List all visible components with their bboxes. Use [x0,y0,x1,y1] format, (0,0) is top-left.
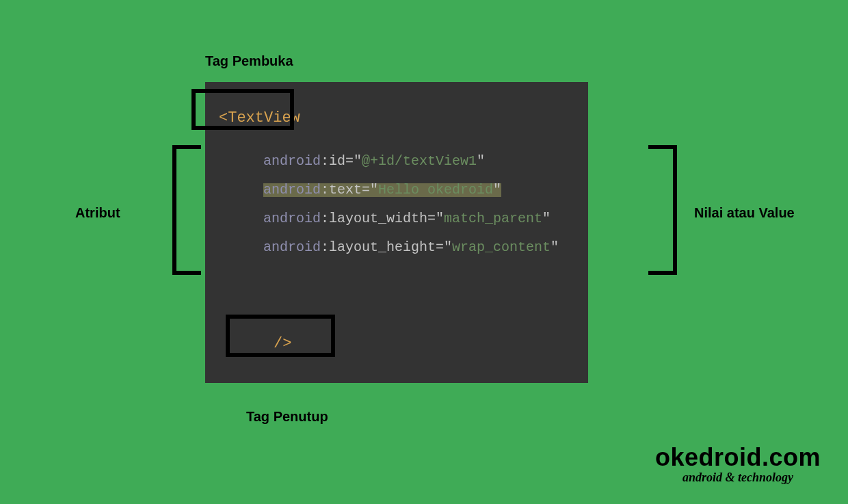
watermark-brand: okedroid.com [655,443,821,472]
watermark: okedroid.com android & technology [655,443,821,485]
xml-attr-line-highlighted: android:text="Hello okedroid" [263,183,501,197]
close-tag-frame [226,315,335,357]
xml-attr-name: text [329,182,362,198]
xml-attr-name: layout_width [329,211,427,226]
attribute-bracket [172,145,201,275]
open-tag-frame [191,89,294,130]
xml-attr-value: Hello okedroid [378,182,493,198]
xml-attr-name: id [329,153,345,169]
xml-attr-name: layout_height [329,239,436,255]
xml-attr-line: android:layout_height="wrap_content" [263,241,559,254]
watermark-tagline: android & technology [655,470,821,485]
xml-attr-line: android:id="@+id/textView1" [263,155,485,168]
tagline-before: android [683,470,726,484]
xml-attr-value: match_parent [444,211,542,226]
tag-open-label: Tag Pembuka [205,53,293,69]
xml-attr-line: android:layout_width="match_parent" [263,212,551,226]
xml-namespace: android [263,239,321,255]
xml-namespace: android [263,211,321,226]
xml-attr-value: @+id/textView1 [362,153,477,169]
tag-close-label: Tag Penutup [246,409,328,425]
tagline-amp: & [725,470,734,484]
value-bracket [648,145,677,275]
xml-namespace: android [263,182,321,198]
attribute-label: Atribut [75,205,120,221]
value-label: Nilai atau Value [694,205,795,221]
xml-attr-value: wrap_content [452,239,551,255]
tagline-after: technology [735,470,794,484]
xml-namespace: android [263,153,321,169]
